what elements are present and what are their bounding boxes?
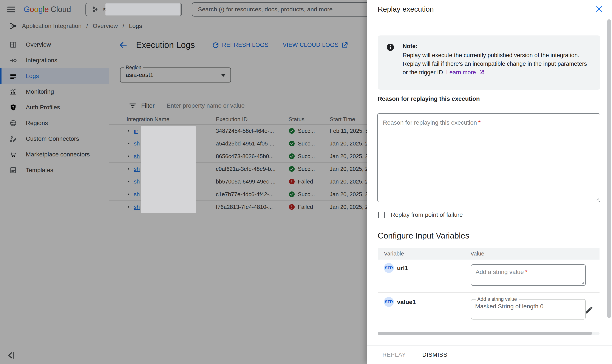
required-asterisk: *	[478, 119, 481, 126]
screen: Google Cloud s Application Integration /…	[0, 0, 612, 364]
expand-row-icon[interactable]	[126, 205, 130, 209]
collapse-sidebar-icon[interactable]	[6, 350, 16, 361]
integration-name-link[interactable]: sh	[134, 191, 140, 198]
expand-row-icon[interactable]	[126, 129, 130, 133]
url1-placeholder: Add a string value	[475, 269, 524, 275]
success-icon	[289, 153, 295, 159]
url1-value-textarea[interactable]: Add a string value*	[471, 264, 586, 286]
logo-google-word: Google	[24, 5, 49, 14]
resize-handle-icon[interactable]	[594, 195, 599, 201]
breadcrumb-separator: /	[86, 23, 88, 29]
col-header-integration-name: Integration Name	[126, 116, 216, 123]
redacted-project-name	[105, 3, 180, 15]
execution-id-cell: c0af621a-3efe-48e9-b...	[216, 166, 289, 172]
info-icon	[386, 43, 394, 51]
horizontal-scrollbar[interactable]	[378, 332, 599, 335]
page-title: Execution Logs	[136, 40, 195, 50]
filter-label: Filter	[141, 102, 154, 109]
configure-input-variables-heading: Configure Input Variables	[378, 231, 469, 240]
horizontal-scrollbar-thumb[interactable]	[378, 332, 592, 335]
integration-name-link[interactable]: sh	[134, 204, 140, 210]
integration-name-link[interactable]: sh	[134, 178, 140, 185]
sidebar-item-overview[interactable]: Overview	[0, 37, 109, 52]
sidebar-item-monitoring[interactable]: Monitoring	[0, 84, 109, 100]
expand-row-icon[interactable]	[126, 192, 130, 196]
sidebar-item-custom-connectors[interactable]: Custom Connectors	[0, 131, 109, 146]
required-asterisk: *	[525, 269, 528, 275]
region-select[interactable]: Region asia-east1	[120, 67, 231, 82]
external-link-icon	[341, 41, 348, 49]
templates-icon	[10, 167, 17, 174]
breadcrumb-overview[interactable]: Overview	[93, 23, 118, 29]
col-header-execution-id: Execution ID	[216, 116, 289, 123]
sidebar-item-auth-profiles[interactable]: Auth Profiles	[0, 100, 109, 115]
breadcrumb-separator: /	[123, 23, 124, 29]
monitoring-icon	[10, 88, 17, 95]
status-label: Succ...	[298, 153, 315, 160]
marketplace-icon	[10, 151, 17, 158]
breadcrumb-application-integration[interactable]: Application Integration	[22, 23, 82, 29]
sidebar-item-label: Overview	[26, 41, 51, 48]
note-text: Note: Replay will execute the currently …	[403, 42, 591, 90]
success-icon	[289, 128, 295, 134]
expand-row-icon[interactable]	[126, 167, 130, 171]
project-icon	[91, 5, 99, 14]
integration-name-link[interactable]: sh	[134, 166, 140, 172]
col-header-variable: Variable	[384, 250, 470, 257]
integration-name-link[interactable]: sh	[134, 153, 140, 160]
status-label: Failed	[298, 204, 313, 210]
dismiss-button[interactable]: DISMISS	[422, 351, 447, 358]
value1-value-field[interactable]: Add a string value Masked String of leng…	[471, 299, 586, 320]
auth-icon	[10, 104, 17, 111]
expand-row-icon[interactable]	[126, 154, 130, 158]
replay-from-failure-checkbox[interactable]	[378, 212, 385, 218]
sidebar-item-label: Auth Profiles	[26, 104, 60, 111]
google-cloud-logo: Google Cloud	[24, 5, 71, 14]
menu-icon[interactable]	[6, 5, 16, 14]
input-variables-table: Variable Value STR url1 Add a string val…	[378, 248, 599, 327]
integration-name-link[interactable]: jir	[134, 128, 138, 134]
expand-row-icon[interactable]	[126, 141, 130, 146]
close-icon[interactable]	[595, 5, 603, 13]
resize-handle-icon[interactable]	[579, 279, 584, 285]
execution-id-cell: 34872454-58cf-464e-...	[216, 128, 289, 134]
edit-pencil-icon[interactable]	[585, 306, 594, 315]
note-title: Note:	[403, 42, 591, 51]
sidebar-item-label: Monitoring	[26, 88, 54, 95]
integration-name-link[interactable]: sh	[134, 140, 140, 147]
sidebar: Overview Integrations Logs Monitoring Au…	[0, 33, 109, 364]
sidebar-item-integrations[interactable]: Integrations	[0, 52, 109, 68]
overview-icon	[10, 41, 17, 48]
replay-button[interactable]: REPLAY	[382, 351, 406, 358]
refresh-logs-button[interactable]: REFRESH LOGS	[212, 41, 269, 49]
execution-id-cell: f76a2813-7fe4-4810-...	[216, 204, 289, 210]
replay-from-failure-option[interactable]: Replay from point of failure	[378, 211, 463, 218]
refresh-icon	[212, 41, 220, 49]
dropdown-caret-icon	[221, 74, 226, 77]
region-select-label: Region	[124, 65, 143, 70]
external-link-icon	[479, 69, 484, 75]
learn-more-link[interactable]: Learn more.	[446, 69, 478, 76]
sidebar-item-logs[interactable]: Logs	[0, 68, 109, 84]
sidebar-item-marketplace-connectors[interactable]: Marketplace connectors	[0, 146, 109, 162]
back-arrow-icon[interactable]	[119, 41, 128, 50]
logs-icon	[10, 72, 17, 80]
sidebar-item-regions[interactable]: Regions	[0, 115, 109, 131]
note-callout: Note: Replay will execute the currently …	[378, 36, 600, 90]
replay-execution-panel: Replay execution Note: Replay will execu…	[367, 0, 612, 364]
panel-vertical-scrollbar[interactable]	[607, 19, 611, 318]
panel-header: Replay execution	[367, 0, 612, 18]
application-integration-icon	[7, 21, 17, 31]
failed-icon	[289, 204, 295, 210]
success-icon	[289, 166, 295, 172]
execution-id-cell: a54d25bd-4951-4f05-...	[216, 140, 289, 147]
failed-icon	[289, 178, 295, 185]
reason-textarea[interactable]: Reason for replaying this execution*	[377, 113, 600, 202]
status-label: Succ...	[298, 128, 315, 134]
status-label: Succ...	[298, 166, 315, 172]
variable-name: value1	[397, 299, 416, 306]
sidebar-item-templates[interactable]: Templates	[0, 162, 109, 178]
regions-icon	[10, 119, 17, 127]
view-cloud-logs-button[interactable]: VIEW CLOUD LOGS	[283, 41, 348, 49]
expand-row-icon[interactable]	[126, 179, 130, 184]
